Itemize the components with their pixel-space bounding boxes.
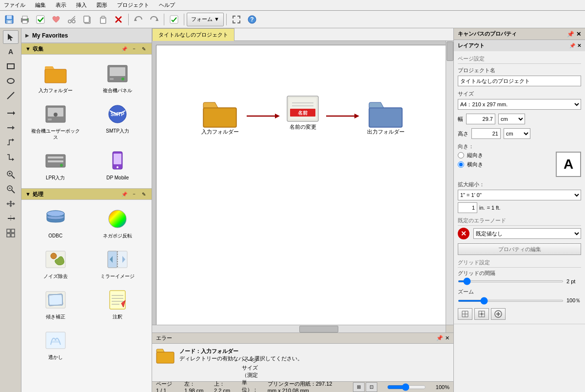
toolbar-sep-1 bbox=[128, 14, 129, 25]
prop-section-layout-header[interactable]: レイアウト 📌 ✕ bbox=[454, 40, 585, 51]
copy-button[interactable] bbox=[80, 13, 95, 26]
wf-node-input-folder[interactable]: 入力フォルダー bbox=[195, 99, 244, 136]
prop-error-node-select[interactable]: 既定値なし bbox=[473, 228, 581, 239]
item-note[interactable]: 注釈 bbox=[89, 286, 147, 322]
item-user-box[interactable]: 複合機ユーザーボックス bbox=[26, 100, 85, 143]
prop-width-input[interactable] bbox=[466, 114, 495, 124]
favorite-button[interactable] bbox=[49, 13, 63, 26]
item-watermark[interactable]: 透かし bbox=[26, 326, 85, 363]
canvas-hscrollbar[interactable] bbox=[152, 325, 446, 333]
item-odbc[interactable]: ODBC bbox=[26, 205, 85, 241]
menu-edit[interactable]: 編集 bbox=[33, 0, 48, 10]
canvas-hscroll-thumb[interactable] bbox=[299, 326, 338, 333]
error-close-icon[interactable]: ✕ bbox=[445, 335, 449, 341]
check-button[interactable] bbox=[33, 13, 48, 26]
tool-connector[interactable] bbox=[3, 136, 19, 149]
item-tilt[interactable]: 傾き補正 bbox=[26, 286, 85, 322]
prop-pin-icon[interactable]: 📌 bbox=[567, 31, 574, 38]
prop-grid-btn-plus[interactable] bbox=[491, 308, 506, 320]
item-negaposi[interactable]: ネガポジ反転 bbox=[89, 205, 147, 241]
tool-line[interactable] bbox=[3, 89, 19, 102]
menu-project[interactable]: プロジェクト bbox=[115, 0, 151, 10]
item-smtp[interactable]: SMTP SMTP入力 bbox=[89, 100, 147, 143]
status-zoom-slider[interactable] bbox=[387, 383, 426, 391]
section-collect-minus[interactable]: － bbox=[130, 45, 138, 53]
save-button[interactable] bbox=[2, 13, 17, 26]
prop-header: キャンバスのプロパティ 📌 ✕ bbox=[454, 28, 585, 40]
canvas-main[interactable]: 入力フォルダー bbox=[152, 41, 453, 333]
tool-connector2[interactable] bbox=[3, 150, 19, 164]
item-multifunction[interactable]: 複合機パネル bbox=[89, 59, 147, 96]
menu-file[interactable]: ファイル bbox=[2, 0, 27, 10]
tool-rect[interactable] bbox=[3, 59, 19, 73]
delete-button[interactable] bbox=[111, 13, 126, 26]
prop-landscape-radio[interactable] bbox=[458, 161, 464, 168]
tool-connect[interactable] bbox=[3, 212, 19, 225]
validate-button[interactable] bbox=[167, 13, 181, 26]
svg-marker-91 bbox=[275, 114, 280, 118]
prop-zoom-slider[interactable] bbox=[458, 300, 564, 302]
menu-shape[interactable]: 図形 bbox=[95, 0, 109, 10]
menu-view[interactable]: 表示 bbox=[54, 0, 68, 10]
tool-group[interactable] bbox=[3, 226, 19, 240]
svg-rect-3 bbox=[8, 21, 11, 23]
prop-grid-slider[interactable] bbox=[458, 280, 564, 282]
prop-height-unit[interactable]: cm bbox=[504, 128, 530, 139]
prop-layout-close[interactable]: ✕ bbox=[577, 43, 581, 48]
tool-zoom-out[interactable] bbox=[3, 182, 19, 196]
wf-arrow-2 bbox=[326, 111, 360, 122]
wf-node-rename[interactable]: 名前 名前の変更 bbox=[281, 94, 325, 131]
prop-size-select[interactable]: A4：210 x 297 mm. bbox=[458, 99, 581, 110]
item-lpr[interactable]: LPR入力 bbox=[26, 147, 85, 183]
redo-button[interactable] bbox=[147, 13, 161, 26]
status-grid-btn2[interactable]: ⊡ bbox=[366, 382, 377, 392]
sidebar-scroll[interactable]: ▼ 収集 📌 － ✎ bbox=[21, 43, 152, 392]
canvas-inner[interactable]: 入力フォルダー bbox=[156, 45, 449, 329]
tool-arrow-right2[interactable] bbox=[3, 121, 19, 135]
prop-scale-in-input[interactable] bbox=[458, 202, 477, 213]
undo-button[interactable] bbox=[131, 13, 146, 26]
canvas-tab-active[interactable]: タイトルなしのプロジェクト bbox=[152, 28, 234, 41]
print-button[interactable] bbox=[18, 13, 32, 26]
prop-project-name-input[interactable] bbox=[458, 76, 581, 86]
prop-grid-btn-grid[interactable] bbox=[458, 308, 472, 320]
fullscreen-button[interactable] bbox=[229, 13, 244, 26]
section-process-minus[interactable]: － bbox=[130, 190, 138, 198]
wf-node-output-folder[interactable]: 出力フォルダー bbox=[361, 99, 410, 136]
prop-edit-button[interactable]: プロパティの編集 bbox=[458, 243, 581, 255]
tool-zoom-in[interactable] bbox=[3, 168, 19, 181]
menu-help[interactable]: ヘルプ bbox=[157, 0, 177, 10]
section-process-pin[interactable]: 📌 bbox=[120, 190, 128, 198]
status-grid-btn1[interactable]: ⊞ bbox=[353, 382, 365, 392]
prop-layout-pin[interactable]: 📌 bbox=[569, 43, 575, 48]
section-process-edit[interactable]: ✎ bbox=[140, 190, 148, 198]
tool-ellipse[interactable] bbox=[3, 74, 19, 88]
cut-button[interactable] bbox=[64, 13, 79, 26]
svg-marker-24 bbox=[8, 34, 13, 41]
item-noise[interactable]: ノイズ除去 bbox=[26, 245, 85, 282]
item-input-folder[interactable]: 入力フォルダー bbox=[26, 59, 85, 96]
prop-width-unit[interactable]: cm bbox=[498, 114, 525, 124]
canvas-vscroll-thumb[interactable] bbox=[447, 41, 453, 61]
help-button[interactable]: ? bbox=[245, 13, 259, 26]
prop-portrait-radio[interactable] bbox=[458, 152, 464, 158]
error-pin-icon[interactable]: 📌 bbox=[436, 335, 443, 341]
tool-pan[interactable] bbox=[3, 197, 19, 211]
prop-close-icon[interactable]: ✕ bbox=[576, 31, 581, 38]
section-collect-edit[interactable]: ✎ bbox=[140, 45, 148, 53]
canvas-vscrollbar[interactable] bbox=[446, 41, 453, 325]
tool-text[interactable]: A bbox=[3, 45, 19, 59]
tool-select[interactable] bbox=[3, 30, 19, 44]
menu-insert[interactable]: 挿入 bbox=[74, 0, 89, 10]
section-collect-pin[interactable]: 📌 bbox=[120, 45, 128, 53]
form-button[interactable]: フォーム ▼ bbox=[187, 13, 224, 26]
item-dp-mobile[interactable]: DP Mobile bbox=[89, 147, 147, 183]
paste-button[interactable] bbox=[96, 13, 110, 26]
tool-arrow-right[interactable] bbox=[3, 106, 19, 120]
prop-height-input[interactable] bbox=[471, 128, 501, 139]
orientation-radios: 縦向き 横向き bbox=[458, 152, 483, 170]
prop-grid-btn-snap[interactable] bbox=[474, 308, 489, 320]
item-note-label: 注釈 bbox=[113, 314, 122, 320]
prop-scale-select[interactable]: 1" = 1' 0" bbox=[458, 190, 581, 200]
item-mirror[interactable]: ミラーイメージ bbox=[89, 245, 147, 282]
